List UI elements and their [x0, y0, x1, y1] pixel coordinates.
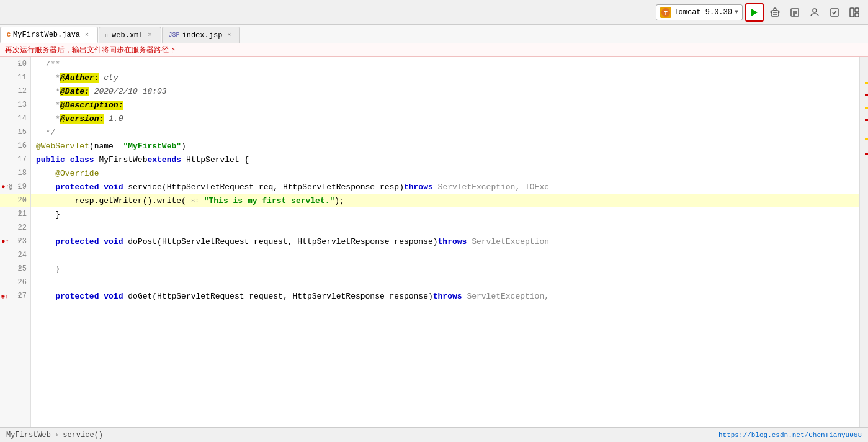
svg-line-16	[834, 11, 836, 14]
code-line-22	[31, 221, 859, 235]
red-arrow-icon-23: ●↑	[1, 238, 9, 245]
coverage-button[interactable]	[826, 4, 843, 21]
code-line-25: }	[31, 262, 859, 276]
gutter-line-19: ●↑ @ ▾ 19	[0, 180, 30, 194]
gutter-line-21: └ 21	[0, 207, 30, 221]
jsp-icon: JSP	[169, 32, 180, 38]
fold-icon-23[interactable]: ▾	[17, 238, 21, 245]
run-button[interactable]	[745, 3, 764, 22]
code-line-17: public class MyFirstWeb extends HttpServ…	[31, 153, 859, 166]
annotation-description: @Description:	[60, 101, 123, 110]
tab-indexjsp[interactable]: JSP index.jsp ×	[162, 27, 241, 43]
scroll-marker-yellow	[865, 82, 868, 84]
gutter-line-10: ▾ 10	[0, 57, 30, 71]
right-scrollbar[interactable]	[859, 57, 868, 427]
code-line-24	[31, 248, 859, 262]
tab-close-indexjsp[interactable]: ×	[225, 31, 233, 40]
code-line-27: protected void doGet(HttpServletRequest …	[31, 289, 859, 303]
tab-myfirstweb[interactable]: C MyFirstWeb.java ×	[0, 27, 98, 43]
svg-point-13	[813, 9, 817, 12]
code-line-11: * @Auther: cty	[31, 71, 859, 84]
gutter-line-14: 14	[0, 112, 30, 125]
tomcat-dropdown-icon: ▼	[735, 9, 738, 16]
gutter-line-12: 12	[0, 84, 30, 98]
annotation-auther: @Auther:	[60, 73, 99, 83]
svg-text:T: T	[664, 10, 668, 16]
profile-button[interactable]	[806, 4, 823, 21]
annotation-version: @version:	[60, 114, 104, 124]
fold-icon-19[interactable]: ▾	[17, 183, 21, 191]
fold-icon-10[interactable]: ▾	[17, 60, 21, 68]
breadcrumb-method: service()	[63, 431, 103, 440]
svg-marker-2	[751, 9, 758, 16]
svg-rect-19	[855, 13, 859, 17]
coverage-icon	[830, 7, 839, 17]
tomcat-selector[interactable]: T Tomcat 9.0.30 ▼	[656, 4, 743, 20]
gutter-line-13: 13	[0, 98, 30, 112]
code-line-14: * @version: 1.0	[31, 112, 859, 125]
gutter-line-18: 18	[0, 166, 30, 180]
build-icon	[790, 7, 800, 17]
run-icon	[749, 7, 759, 17]
gutter-line-26: 26	[0, 276, 30, 289]
code-line-16: @WebServlet(name = "MyFirstWeb")	[31, 139, 859, 153]
breadcrumb-separator: ›	[55, 431, 59, 440]
profile-icon	[810, 7, 820, 17]
tabs-bar: C MyFirstWeb.java × ⊞ web.xml × JSP inde…	[0, 25, 868, 43]
code-editor[interactable]: /** * @Auther: cty * @Date: 2020/2/10 18…	[31, 57, 859, 427]
scroll-marker-yellow-3	[865, 138, 868, 140]
scroll-marker-red-1	[865, 94, 868, 96]
line-numbers-gutter: ▾ 10 11 12 13 14 └ 15 16 17	[0, 57, 31, 427]
java-icon: C	[7, 32, 11, 38]
fold-icon-27[interactable]: ▾	[17, 292, 21, 300]
fold-end-icon-21[interactable]: └	[17, 211, 21, 218]
svg-rect-14	[831, 9, 838, 16]
scroll-marker-red-2	[865, 119, 868, 121]
code-line-20: resp.getWriter().write( s: "This is my f…	[31, 194, 859, 207]
gutter-line-25: └ 25	[0, 262, 30, 276]
gutter-line-27: ◉↑ ▾ 27	[0, 289, 30, 303]
status-bar: MyFirstWeb › service() https://blog.csdn…	[0, 427, 868, 442]
scroll-marker-yellow-2	[865, 107, 868, 109]
fold-end-icon-25[interactable]: └	[17, 266, 21, 273]
toolbar: T Tomcat 9.0.30 ▼	[0, 0, 868, 25]
tab-close-webxml[interactable]: ×	[146, 31, 154, 40]
svg-rect-18	[855, 8, 859, 12]
layout-icon	[849, 7, 859, 17]
build-button[interactable]	[786, 4, 803, 21]
circle-red-icon-27: ◉↑	[1, 293, 8, 300]
tab-label-indexjsp: index.jsp	[182, 31, 223, 40]
gutter-line-23: ●↑ ▾ 23	[0, 235, 30, 248]
gutter-line-15: └ 15	[0, 125, 30, 139]
tomcat-label: Tomcat 9.0.30	[674, 8, 732, 17]
svg-rect-17	[850, 8, 854, 17]
tab-close-myfirstweb[interactable]: ×	[83, 30, 91, 39]
gutter-line-22: 22	[0, 221, 30, 235]
code-line-19: protected void service(HttpServletReques…	[31, 180, 859, 194]
notification-bar: 再次运行服务器后，输出文件将同步在服务器路径下	[0, 43, 868, 57]
code-line-10: /**	[31, 57, 859, 71]
tab-webxml[interactable]: ⊞ web.xml ×	[99, 27, 161, 43]
notification-text: 再次运行服务器后，输出文件将同步在服务器路径下	[5, 45, 176, 55]
tomcat-icon: T	[660, 7, 671, 18]
gutter-line-17: 17	[0, 153, 30, 166]
code-line-13: * @Description:	[31, 98, 859, 112]
debug-icon	[770, 7, 780, 17]
svg-rect-3	[771, 11, 779, 16]
debug-button[interactable]	[766, 4, 784, 21]
code-line-12: * @Date: 2020/2/10 18:03	[31, 84, 859, 98]
code-line-26	[31, 276, 859, 289]
gutter-line-16: 16	[0, 139, 30, 153]
svg-point-4	[774, 8, 776, 11]
xml-icon: ⊞	[105, 32, 109, 39]
fold-end-icon-15[interactable]: └	[17, 129, 21, 136]
breadcrumb: MyFirstWeb › service()	[6, 431, 103, 440]
annotation-date: @Date:	[60, 87, 89, 96]
code-line-15: */	[31, 125, 859, 139]
statusbar-url[interactable]: https://blog.csdn.net/ChenTianyu068	[718, 431, 862, 439]
code-line-18: @Override	[31, 166, 859, 180]
at-symbol-19: @	[9, 184, 12, 191]
editor-area: ▾ 10 11 12 13 14 └ 15 16 17	[0, 57, 868, 427]
code-line-21: }	[31, 207, 859, 221]
layout-button[interactable]	[846, 4, 863, 21]
